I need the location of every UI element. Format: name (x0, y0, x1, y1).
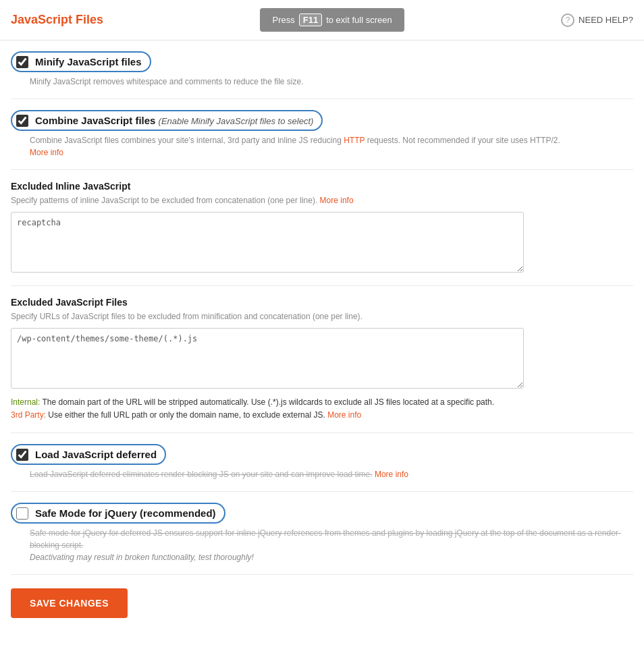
deferred-more-info[interactable]: More info (375, 470, 408, 479)
minify-checkbox[interactable] (16, 56, 28, 68)
safe-mode-section: Safe Mode for jQuery (recommended) Safe … (11, 492, 633, 575)
fullscreen-suffix-text: to exit full screen (326, 15, 392, 25)
combine-checkbox-row: Combine JavaScript files (Enable Minify … (11, 110, 633, 131)
minify-section: Minify JavaScript files Minify JavaScrip… (11, 40, 633, 99)
header: JavaScript Files Press F11 to exit full … (0, 0, 644, 40)
page-wrapper: JavaScript Files Press F11 to exit full … (0, 0, 644, 670)
combine-http-link[interactable]: HTTP (344, 136, 365, 145)
need-help-button[interactable]: ? NEED HELP? (561, 13, 633, 27)
need-help-label: NEED HELP? (579, 15, 633, 25)
fullscreen-notice: Press F11 to exit full screen (260, 8, 404, 32)
save-changes-button[interactable]: SAVE CHANGES (11, 588, 128, 618)
safe-mode-checkbox-row: Safe Mode for jQuery (recommended) (11, 503, 633, 524)
excluded-inline-section: Excluded Inline JavaScript Specify patte… (11, 170, 633, 286)
combine-desc-end: requests. Not recommended if your site u… (365, 136, 560, 145)
page-title: JavaScript Files (11, 13, 103, 27)
excluded-files-desc: Specify URLs of JavaScript files to be e… (11, 310, 633, 323)
combine-section: Combine JavaScript files (Enable Minify … (11, 99, 633, 170)
safe-mode-checkbox[interactable] (16, 507, 28, 520)
excluded-inline-label: Excluded Inline JavaScript (11, 181, 633, 192)
excluded-files-more-info[interactable]: More info (327, 410, 361, 420)
excluded-files-section: Excluded JavaScript Files Specify URLs o… (11, 286, 633, 433)
excluded-files-info: Internal: The domain part of the URL wil… (11, 396, 633, 422)
main-content: Minify JavaScript files Minify JavaScrip… (0, 40, 644, 632)
3rdparty-text: Use either the full URL path or only the… (46, 410, 325, 420)
combine-desc-start: Combine JavaScript files combines your s… (30, 136, 344, 145)
minify-label[interactable]: Minify JavaScript files (35, 56, 142, 67)
excluded-inline-desc: Specify patterns of inline JavaScript to… (11, 194, 633, 206)
combine-italic-note: (Enable Minify JavaScript files to selec… (159, 116, 314, 126)
fullscreen-press-text: Press (272, 15, 294, 25)
safe-mode-desc-text: Safe mode for jQuery for deferred JS ens… (30, 528, 621, 550)
excluded-inline-more-info[interactable]: More info (320, 196, 354, 205)
deferred-circle-group: Load JavaScript deferred (11, 444, 166, 465)
combine-desc: Combine JavaScript files combines your s… (30, 134, 633, 159)
combine-label[interactable]: Combine JavaScript files (Enable Minify … (35, 115, 313, 126)
internal-label: Internal: (11, 397, 40, 407)
safe-mode-italic-note: Deactivating may result in broken functi… (30, 553, 254, 562)
combine-more-info-link[interactable]: More info (30, 148, 63, 157)
minify-desc: Minify JavaScript removes whitespace and… (30, 76, 633, 88)
deferred-desc-strikethrough: Load JavaScript deferred eliminates rend… (30, 470, 373, 479)
safe-mode-circle-group: Safe Mode for jQuery (recommended) (11, 503, 225, 524)
excluded-files-textarea[interactable]: /wp-content/themes/some-theme/(.*).js (11, 328, 524, 389)
deferred-desc: Load JavaScript deferred eliminates rend… (30, 468, 633, 480)
deferred-section: Load JavaScript deferred Load JavaScript… (11, 433, 633, 492)
3rdparty-label: 3rd Party: (11, 410, 46, 420)
minify-circle-group: Minify JavaScript files (11, 51, 151, 72)
deferred-checkbox[interactable] (16, 449, 28, 461)
excluded-files-label: Excluded JavaScript Files (11, 297, 633, 308)
deferred-label[interactable]: Load JavaScript deferred (35, 449, 157, 460)
combine-checkbox[interactable] (16, 115, 28, 127)
combine-circle-group: Combine JavaScript files (Enable Minify … (11, 110, 323, 131)
safe-mode-desc: Safe mode for jQuery for deferred JS ens… (30, 527, 633, 563)
excluded-inline-textarea[interactable]: recaptcha (11, 212, 524, 273)
minify-checkbox-row: Minify JavaScript files (11, 51, 633, 72)
internal-text: The domain part of the URL will be strip… (40, 397, 494, 407)
deferred-checkbox-row: Load JavaScript deferred (11, 444, 633, 465)
help-icon: ? (561, 13, 574, 27)
safe-mode-label[interactable]: Safe Mode for jQuery (recommended) (35, 507, 216, 519)
fullscreen-key: F11 (299, 13, 322, 26)
